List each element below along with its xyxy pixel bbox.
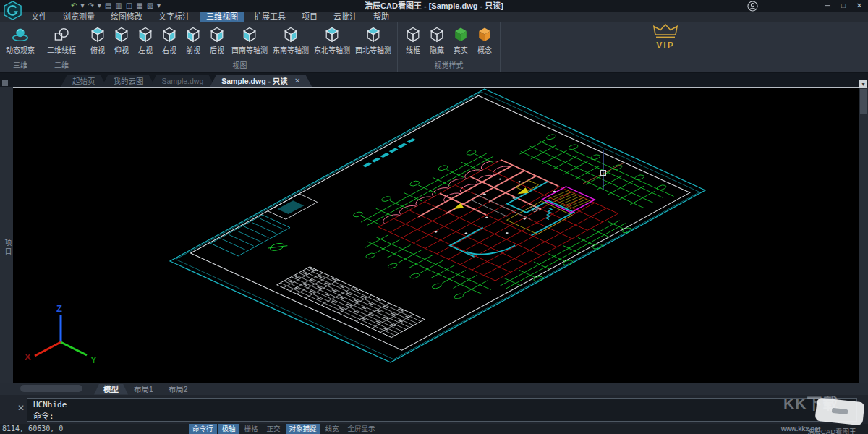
qat-redo-icon[interactable]: ↷ bbox=[88, 0, 93, 12]
status-toggle-grid[interactable]: 栅格 bbox=[241, 424, 262, 434]
ribbon-button-bottom-view[interactable]: 仰视 bbox=[110, 25, 133, 56]
doc-tab-start-page[interactable]: 起始页 bbox=[61, 75, 107, 87]
ribbon-button-conceptual[interactable]: 概念 bbox=[473, 25, 496, 56]
ribbon-group-label: 视觉样式 bbox=[398, 59, 500, 72]
minimize-button[interactable]: ─ bbox=[822, 0, 833, 12]
doc-tab-label: Sample.dwg - 只读 bbox=[221, 75, 288, 86]
ribbon-button-left-view[interactable]: 左视 bbox=[134, 25, 157, 56]
crown-icon bbox=[653, 24, 678, 38]
quick-access-toolbar: ↶▾↷▾▤▥◫▦▧▾ bbox=[71, 0, 161, 12]
ribbon-group-label: 二维 bbox=[41, 59, 82, 72]
menu-item-text-annotate[interactable]: 文字标注 bbox=[152, 12, 197, 22]
menu-item-cloud-markup[interactable]: 云批注 bbox=[327, 12, 364, 22]
realistic-icon bbox=[451, 25, 470, 44]
vertical-scrollbar[interactable] bbox=[859, 88, 868, 383]
hidden-icon bbox=[427, 25, 446, 44]
ribbon-button-label: 仰视 bbox=[114, 44, 129, 55]
menu-item-help[interactable]: 帮助 bbox=[367, 12, 396, 22]
ribbon-button-dynamic-orbit[interactable]: 动态观察 bbox=[4, 25, 37, 56]
qat-redo-more-icon[interactable]: ▾ bbox=[98, 0, 101, 12]
ucs-icon: Z X Y bbox=[25, 303, 97, 365]
ribbon-button-front-view[interactable]: 前视 bbox=[182, 25, 205, 56]
ribbon-button-top-view[interactable]: 俯视 bbox=[86, 25, 109, 56]
ribbon-button-label: 动态观察 bbox=[6, 44, 35, 55]
account-icon[interactable] bbox=[747, 1, 758, 12]
command-history-line: HCNhide bbox=[27, 399, 856, 410]
cursor-coordinates: 8114, 60630, 0 bbox=[2, 424, 63, 434]
ribbon-button-hidden[interactable]: 隐藏 bbox=[425, 25, 448, 56]
svg-text:Y: Y bbox=[90, 354, 97, 365]
close-button[interactable]: ✕ bbox=[854, 0, 865, 12]
drawing-canvas[interactable]: 门厅 Z X Y bbox=[13, 87, 859, 383]
doc-tab-my-cloud[interactable]: 我的云图 bbox=[102, 75, 156, 87]
layout-tab-bar: 模型布局1布局2 bbox=[0, 383, 868, 395]
ribbon-button-right-view[interactable]: 右视 bbox=[158, 25, 181, 56]
menu-item-project[interactable]: 项目 bbox=[295, 12, 324, 22]
status-toggle-command-line[interactable]: 命令行 bbox=[189, 424, 217, 434]
doc-tab-label: Sample.dwg bbox=[162, 77, 204, 85]
status-toggle-polar[interactable]: 极轴 bbox=[218, 424, 239, 434]
ribbon-panel: 二维线框二维 bbox=[41, 22, 82, 72]
ribbon-button-label: 隐藏 bbox=[430, 44, 444, 55]
layout-tab-layout2[interactable]: 布局2 bbox=[159, 384, 197, 395]
cad-drawing: 门厅 Z X Y bbox=[13, 88, 859, 383]
qat-undo-icon[interactable]: ↶ bbox=[71, 0, 77, 12]
top-view-icon bbox=[88, 25, 107, 44]
qat-more-icon[interactable]: ▾ bbox=[157, 0, 161, 12]
menu-item-draw-modify[interactable]: 绘图修改 bbox=[104, 12, 149, 22]
ribbon-button-ne-isometric[interactable]: 东北等轴测 bbox=[312, 25, 352, 56]
status-toggle-fullscreen[interactable]: 全屏显示 bbox=[344, 424, 379, 434]
ribbon-button-2d-wireframe[interactable]: 二维线框 bbox=[45, 25, 78, 56]
ribbon-button-se-isometric[interactable]: 东南等轴测 bbox=[271, 25, 311, 56]
doc-tab-sample[interactable]: Sample.dwg bbox=[150, 75, 216, 87]
menu-item-extended-tools[interactable]: 扩展工具 bbox=[247, 12, 292, 22]
se-isometric-icon bbox=[281, 25, 300, 44]
2d-wireframe-icon bbox=[52, 25, 71, 44]
menu-item-3d-view[interactable]: 三维视图 bbox=[200, 12, 244, 22]
panel-collapse-icon[interactable] bbox=[2, 80, 8, 86]
qat-markup-icon[interactable]: ▧ bbox=[147, 0, 153, 12]
vip-button[interactable]: VIP bbox=[649, 24, 682, 51]
command-close-icon[interactable]: ✕ bbox=[17, 403, 25, 413]
status-toggle-ortho[interactable]: 正交 bbox=[263, 424, 284, 434]
ribbon-button-label: 真实 bbox=[454, 44, 468, 55]
tab-close-icon[interactable]: ✕ bbox=[294, 77, 300, 85]
ribbon-button-label: 前视 bbox=[186, 44, 200, 55]
command-input-box[interactable]: HCNhide 命令: bbox=[27, 398, 857, 422]
doc-tab-sample-readonly[interactable]: Sample.dwg - 只读✕ bbox=[210, 75, 312, 87]
svg-text:Z: Z bbox=[56, 303, 62, 314]
project-side-panel[interactable]: 项目 bbox=[0, 87, 13, 383]
ribbon-button-sw-isometric[interactable]: 西南等轴测 bbox=[229, 25, 270, 56]
qat-print-icon[interactable]: ▦ bbox=[136, 0, 142, 12]
wireframe-icon bbox=[404, 25, 422, 44]
ribbon-group-label: 三维 bbox=[0, 59, 41, 72]
status-toggle-osnap[interactable]: 对象捕捉 bbox=[286, 424, 320, 434]
scrollbar-thumb[interactable] bbox=[860, 89, 867, 114]
qat-open-icon[interactable]: ▤ bbox=[105, 0, 111, 12]
ribbon-button-label: 俯视 bbox=[90, 44, 105, 55]
menu-item-file[interactable]: 文件 bbox=[25, 12, 54, 22]
ribbon-panel: 俯视仰视左视右视前视后视西南等轴测东南等轴测东北等轴测西北等轴测视图 bbox=[82, 22, 398, 72]
window-controls: ─ □ ✕ bbox=[822, 0, 865, 12]
ribbon-button-realistic[interactable]: 真实 bbox=[449, 25, 472, 56]
qat-copy-icon[interactable]: ◫ bbox=[126, 0, 132, 12]
doc-tab-label: 我的云图 bbox=[114, 75, 144, 86]
ribbon-button-nw-isometric[interactable]: 西北等轴测 bbox=[353, 25, 393, 56]
svg-text:X: X bbox=[25, 352, 31, 362]
horizontal-scrollbar[interactable] bbox=[20, 385, 82, 392]
menu-item-browse-measure[interactable]: 浏览测量 bbox=[56, 12, 101, 22]
layout-tab-model[interactable]: 模型 bbox=[94, 384, 128, 395]
status-toggle-lineweight[interactable]: 线宽 bbox=[322, 424, 343, 434]
maximize-button[interactable]: □ bbox=[838, 0, 849, 12]
ribbon-button-label: 西北等轴测 bbox=[355, 44, 391, 55]
qat-undo-more-icon[interactable]: ▾ bbox=[80, 0, 84, 12]
ribbon: 动态观察三维二维线框二维俯视仰视左视右视前视后视西南等轴测东南等轴测东北等轴测西… bbox=[0, 22, 868, 73]
layout-tab-layout1[interactable]: 布局1 bbox=[124, 384, 163, 395]
menu-bar: 文件浏览测量绘图修改文字标注三维视图扩展工具项目云批注帮助 bbox=[25, 12, 396, 22]
command-panel: ✕ HCNhide 命令: bbox=[0, 395, 868, 424]
ribbon-button-wireframe[interactable]: 线框 bbox=[401, 25, 425, 56]
qat-save-icon[interactable]: ▥ bbox=[115, 0, 122, 12]
ribbon-button-back-view[interactable]: 后视 bbox=[205, 25, 229, 56]
right-view-icon bbox=[160, 25, 179, 44]
ne-isometric-icon bbox=[323, 25, 341, 44]
